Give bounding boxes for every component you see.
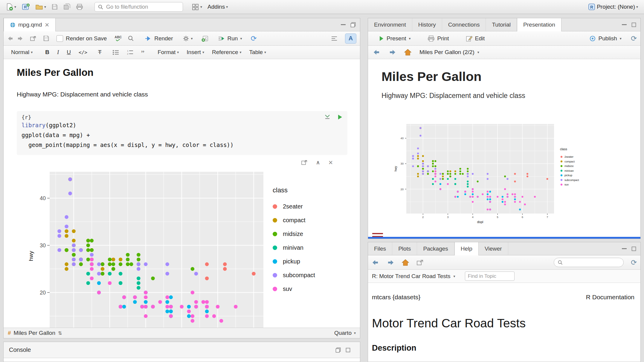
- new-project-button[interactable]: R: [20, 0, 32, 14]
- legend-label: 2seater: [283, 203, 303, 210]
- blockquote-button[interactable]: ”: [138, 46, 148, 59]
- new-project-icon: R: [22, 3, 30, 11]
- goto-file-search[interactable]: [94, 2, 183, 12]
- reference-menu[interactable]: Reference ▾: [209, 47, 245, 57]
- clear-output-icon[interactable]: ✕: [328, 159, 333, 166]
- slide-back-icon[interactable]: [373, 49, 381, 56]
- tab-presentation[interactable]: Presentation: [517, 18, 561, 31]
- visual-editor-toggle[interactable]: A: [345, 33, 356, 44]
- topic-selector[interactable]: R: Motor Trend Car Road Tests ▾: [372, 273, 455, 280]
- help-home-icon[interactable]: [402, 259, 409, 266]
- run-chunk-icon[interactable]: [337, 114, 343, 120]
- format-menu-label: Format: [158, 49, 176, 56]
- project-selector[interactable]: R Project: (None) ▾: [586, 0, 640, 14]
- run-all-above-icon[interactable]: [324, 114, 331, 120]
- bullet-list-button[interactable]: [109, 47, 122, 57]
- tab-mpg-qmd[interactable]: mpg.qmd ✕: [4, 18, 56, 31]
- slide-selector[interactable]: Miles Per Gallon (2/2) ▾: [419, 49, 479, 56]
- edit-presentation-button[interactable]: Edit: [463, 33, 488, 44]
- outline-location[interactable]: Miles Per Gallon: [14, 330, 55, 336]
- underline-button[interactable]: U: [63, 47, 74, 57]
- render-on-save-toggle[interactable]: Render on Save: [57, 35, 107, 42]
- output-popout-icon[interactable]: [301, 159, 308, 165]
- maximize-icon[interactable]: [631, 246, 636, 251]
- console-title[interactable]: Console: [9, 346, 31, 353]
- forward-icon[interactable]: [17, 36, 23, 42]
- help-refresh-icon[interactable]: ⟳: [631, 258, 637, 267]
- clear-format-button[interactable]: T: [95, 47, 105, 57]
- help-doc-title: Motor Trend Car Road Tests: [372, 316, 640, 330]
- help-tabstrip: Files Plots Packages Help Viewer: [368, 242, 640, 255]
- run-caret-icon: ▾: [240, 37, 242, 40]
- new-file-button[interactable]: ▾: [4, 0, 18, 14]
- tab-help[interactable]: Help: [454, 242, 479, 255]
- save-all-button[interactable]: [62, 0, 72, 14]
- minimize-icon[interactable]: [622, 24, 627, 25]
- save-button[interactable]: [50, 0, 60, 14]
- pane-layout-button[interactable]: ▾: [190, 0, 204, 14]
- reference-menu-label: Reference: [212, 49, 238, 56]
- minimize-icon[interactable]: [622, 248, 627, 249]
- help-search-box[interactable]: [554, 258, 624, 267]
- back-icon[interactable]: [7, 36, 14, 42]
- present-button[interactable]: Present ▾: [376, 33, 414, 44]
- code-chunk[interactable]: {r} library(ggplot2)ggplot(data = mpg) +…: [17, 111, 347, 155]
- maximize-icon[interactable]: [346, 348, 350, 352]
- print-button[interactable]: [74, 0, 85, 14]
- publish-button[interactable]: Publish ▾: [586, 33, 625, 44]
- spellcheck-icon[interactable]: ABC: [115, 36, 122, 41]
- render-options-button[interactable]: ▾: [179, 33, 196, 44]
- minimize-icon[interactable]: [341, 24, 346, 25]
- tab-connections[interactable]: Connections: [442, 18, 486, 31]
- help-back-icon[interactable]: [372, 259, 379, 266]
- maximize-icon[interactable]: [631, 22, 636, 27]
- tab-tutorial[interactable]: Tutorial: [486, 18, 517, 31]
- home-icon[interactable]: [404, 49, 412, 56]
- doc-type-label[interactable]: Quarto: [334, 330, 352, 336]
- restore-icon[interactable]: [335, 347, 341, 353]
- chunk-code[interactable]: library(ggplot2)ggplot(data = mpg) + geo…: [22, 120, 343, 150]
- paragraph-style-select[interactable]: Normal ▾: [8, 47, 36, 57]
- help-popout-icon[interactable]: [416, 259, 424, 266]
- numbered-list-button[interactable]: 12: [123, 47, 137, 57]
- collapse-output-icon[interactable]: ∧: [316, 159, 320, 166]
- render-button[interactable]: Render: [141, 33, 176, 44]
- tab-viewer[interactable]: Viewer: [479, 242, 508, 255]
- tab-environment[interactable]: Environment: [368, 18, 412, 31]
- document-canvas[interactable]: Miles Per Gallon Highway MPG: Displaceme…: [4, 59, 360, 329]
- slide-forward-icon[interactable]: [388, 49, 396, 56]
- popout-icon[interactable]: [30, 36, 36, 42]
- italic-button[interactable]: I: [54, 47, 62, 57]
- tab-files[interactable]: Files: [368, 242, 392, 255]
- run-button[interactable]: Run ▾: [215, 33, 245, 44]
- tab-history[interactable]: History: [412, 18, 442, 31]
- svg-text:R: R: [24, 5, 27, 9]
- chunk-language-label: {r}: [22, 114, 343, 120]
- bold-button[interactable]: B: [42, 47, 53, 57]
- find-replace-icon[interactable]: [128, 35, 134, 42]
- help-forward-icon[interactable]: [387, 259, 394, 266]
- tab-close-icon[interactable]: ✕: [45, 22, 49, 28]
- open-file-button[interactable]: ▾: [33, 0, 48, 14]
- format-menu[interactable]: Format ▾: [154, 47, 182, 57]
- numbered-list-icon: 12: [127, 50, 133, 55]
- code-button[interactable]: </>: [75, 47, 91, 57]
- tab-plots[interactable]: Plots: [392, 242, 417, 255]
- legend-dot: [273, 259, 277, 264]
- addins-button[interactable]: Addins ▾: [206, 0, 230, 14]
- output-toolbar: ∧ ✕: [4, 155, 360, 167]
- refresh-icon[interactable]: ⟳: [631, 34, 637, 43]
- tab-packages[interactable]: Packages: [417, 242, 454, 255]
- rerun-icon[interactable]: ⟳: [251, 34, 257, 43]
- outline-toggle-icon[interactable]: [331, 36, 338, 42]
- print-presentation-button[interactable]: Print: [424, 33, 452, 44]
- insert-chunk-icon[interactable]: C: [202, 35, 209, 42]
- maximize-icon[interactable]: [350, 22, 356, 27]
- save-icon[interactable]: [43, 35, 49, 42]
- gear-icon: [183, 35, 189, 42]
- insert-menu[interactable]: Insert ▾: [183, 47, 207, 57]
- goto-file-input[interactable]: [106, 4, 180, 10]
- help-search-input[interactable]: [565, 260, 628, 266]
- table-menu[interactable]: Table ▾: [246, 47, 269, 57]
- find-in-topic-input[interactable]: [465, 272, 515, 281]
